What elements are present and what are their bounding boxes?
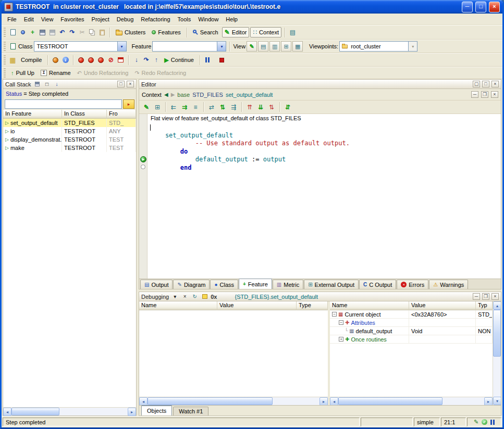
freeze-button[interactable] <box>51 56 60 64</box>
breadcrumb-cluster[interactable]: base <box>177 92 190 98</box>
stop-button[interactable] <box>217 56 226 64</box>
object-tree-row[interactable]: └▦default_output Void NON <box>330 327 493 335</box>
redo-refactoring-button[interactable]: ↷ Redo Refactoring <box>132 68 189 78</box>
scroll-right-button[interactable]: ▸ <box>319 397 328 405</box>
call-stack-row[interactable]: ▷make TESTROOT TEST <box>3 144 136 152</box>
menu-debug[interactable]: Debug <box>113 15 137 24</box>
debugging-restore-button[interactable]: ❐ <box>482 293 489 300</box>
objects-vscrollbar[interactable]: ▴ ▾ <box>493 301 501 405</box>
stack-filter-input[interactable] <box>5 99 122 109</box>
tab-objects[interactable]: Objects <box>141 405 172 415</box>
scrollbar-thumb[interactable] <box>11 408 59 415</box>
column-value[interactable]: Value <box>409 301 476 310</box>
column-in-feature[interactable]: In Feature <box>3 110 62 119</box>
tab-c-output[interactable]: CC Output <box>359 280 396 289</box>
column-value[interactable]: Value <box>217 301 297 310</box>
menu-tools[interactable]: Tools <box>174 15 195 24</box>
view-clickable-button[interactable]: ▤ <box>258 41 268 52</box>
show-homonyms-button[interactable]: ⇶ <box>228 102 239 112</box>
call-stack-row[interactable]: ▷set_output_default STD_FILES STD_ <box>3 119 136 127</box>
tab-feature[interactable]: +Feature <box>239 279 272 289</box>
scrollbar-track[interactable] <box>11 408 128 415</box>
hex-format-toggle[interactable]: 0x <box>211 294 217 300</box>
object-tree-row[interactable]: +✚Once routines <box>330 335 493 344</box>
breakpoint-slot-icon[interactable] <box>141 165 145 169</box>
tab-metric[interactable]: ▥Metric <box>273 280 303 289</box>
scrollbar-track[interactable] <box>147 397 319 405</box>
toolbar-grip[interactable] <box>4 55 6 65</box>
toolbar-grip[interactable] <box>4 68 6 78</box>
show-assigners-button[interactable]: ≡ <box>190 102 201 112</box>
menu-favorites[interactable]: Favorites <box>57 15 88 24</box>
debugging-close-button[interactable]: × <box>491 293 499 300</box>
feature-combobox[interactable]: ▾ <box>152 41 226 52</box>
external-commands-button[interactable]: ▤ <box>288 28 297 36</box>
context-restore-button[interactable]: ❐ <box>481 91 488 98</box>
scroll-left-button[interactable]: ◂ <box>330 397 338 405</box>
call-stack-header[interactable]: Call Stack □ ↓ □ × <box>3 80 136 89</box>
call-stack-maximize-button[interactable]: □ <box>117 81 125 87</box>
tab-watch-1[interactable]: Watch #1 <box>173 407 208 415</box>
editor-pin-button[interactable]: ▢ <box>473 81 480 87</box>
scrollbar-thumb[interactable] <box>147 397 273 405</box>
open-new-editor-button[interactable]: ⊞ <box>152 102 163 112</box>
show-callees-button[interactable]: ⇉ <box>179 102 190 112</box>
collapse-icon[interactable]: − <box>332 312 337 317</box>
menu-view[interactable]: View <box>38 15 57 24</box>
features-button[interactable]: Features <box>149 28 183 37</box>
menu-file[interactable]: File <box>4 15 20 24</box>
copy-button[interactable] <box>88 28 96 36</box>
column-name[interactable]: Name <box>139 301 217 310</box>
pull-up-button[interactable]: ↑ Pull Up <box>8 68 37 78</box>
stack-new-window-button[interactable]: □ <box>43 81 51 88</box>
breadcrumb-feature[interactable]: set_output_default <box>226 92 273 98</box>
watch-rows[interactable] <box>139 310 328 397</box>
clusters-button[interactable]: Clusters <box>113 28 148 37</box>
scroll-right-button[interactable]: ▸ <box>484 397 493 405</box>
run-finalized-button[interactable] <box>96 56 105 64</box>
menu-window[interactable]: Window <box>194 15 222 24</box>
code-view[interactable]: set_output_default -- Use standard outpu… <box>148 123 501 172</box>
call-stack-close-button[interactable]: × <box>127 81 134 87</box>
scroll-left-button[interactable]: ◂ <box>139 397 147 405</box>
menu-project[interactable]: Project <box>88 15 113 24</box>
tab-output[interactable]: ▤Output <box>140 280 173 289</box>
expand-icon[interactable]: + <box>339 337 343 342</box>
show-implementers-button[interactable]: ⇅ <box>217 102 228 112</box>
redo-button[interactable]: ↷ <box>68 28 77 36</box>
tab-warnings[interactable]: ⚠Warnings <box>429 280 468 289</box>
toolbar-grip[interactable] <box>4 42 6 51</box>
pause-button[interactable] <box>203 56 212 64</box>
show-ancestors-button[interactable]: ⇈ <box>244 102 255 112</box>
menu-refactoring[interactable]: Refactoring <box>137 15 174 24</box>
open-file-button[interactable] <box>18 28 27 36</box>
scroll-down-button[interactable]: ▾ <box>493 397 501 405</box>
scroll-up-button[interactable]: ▴ <box>493 301 501 310</box>
call-stack-row[interactable]: ▷display_demonstrat... TESTROOT TEST <box>3 135 136 144</box>
breakpoint-margin[interactable]: ▶ <box>139 114 147 279</box>
tab-errors[interactable]: ×Errors <box>397 280 428 289</box>
show-callers-button[interactable]: ⇇ <box>168 102 179 112</box>
context-minimize-button[interactable]: ─ <box>471 91 478 98</box>
ignore-breakpoints-button[interactable]: ⊘ <box>106 56 115 64</box>
object-tree-row[interactable]: −▦Current object <0x32A8760> STD_ <box>330 310 493 319</box>
context-toggle-button[interactable]: ∷ Context <box>250 27 281 37</box>
titlebar[interactable]: TESTROOT in cluster root_cluster located… <box>2 0 502 14</box>
remove-expression-button[interactable]: × <box>181 293 189 300</box>
paste-button[interactable] <box>97 28 106 36</box>
undo-button[interactable]: ↶ <box>58 28 67 36</box>
tab-external-output[interactable]: ⊞External Output <box>304 280 359 289</box>
compile-button[interactable]: Compile <box>18 55 44 65</box>
debugging-minimize-button[interactable]: ─ <box>473 293 480 300</box>
editor-toggle-button[interactable]: ✎ Editor <box>222 27 250 37</box>
stack-filter-button[interactable]: ▸ <box>123 99 134 109</box>
cut-button[interactable]: ✂ <box>78 28 87 36</box>
objects-hscrollbar[interactable]: ◂ ▸ <box>330 397 493 405</box>
stack-depth-button[interactable]: ↓ <box>53 81 61 88</box>
scroll-right-button[interactable]: ▸ <box>128 408 136 416</box>
class-combobox-arrow[interactable]: ▾ <box>117 42 126 51</box>
view-interface-button[interactable]: ▦ <box>292 41 303 52</box>
menu-help[interactable]: Help <box>222 15 241 24</box>
view-flat-button[interactable]: ▥ <box>269 41 280 52</box>
scroll-left-button[interactable]: ◂ <box>3 408 11 416</box>
